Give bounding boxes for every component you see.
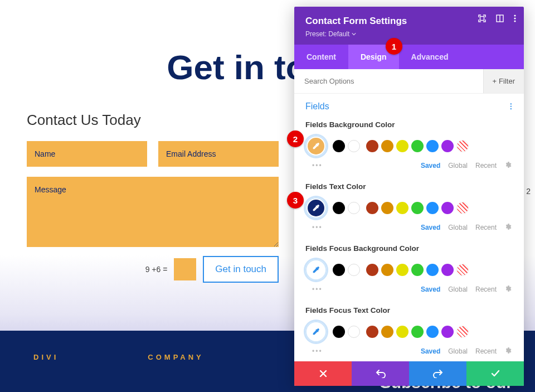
captcha-label: 9 +6 =: [145, 265, 168, 274]
color-swatch[interactable]: [348, 202, 360, 214]
undo-icon: [376, 369, 386, 378]
color-swatch[interactable]: [366, 264, 378, 276]
transparent-swatch[interactable]: [456, 326, 469, 338]
color-picker-button[interactable]: [305, 259, 327, 280]
submit-button[interactable]: Get in touch: [203, 256, 279, 283]
color-swatch[interactable]: [426, 326, 439, 338]
option-group: Fields Text Color•••SavedGlobalRecent: [305, 182, 513, 232]
palette-saved[interactable]: Saved: [421, 285, 440, 293]
form-title: Contact Us Today: [27, 112, 279, 129]
color-swatch[interactable]: [411, 264, 424, 276]
message-field[interactable]: [27, 177, 279, 247]
color-swatch[interactable]: [441, 202, 454, 214]
color-swatch[interactable]: [381, 202, 393, 214]
redo-button[interactable]: [409, 361, 466, 386]
search-input[interactable]: [294, 69, 483, 93]
more-dots[interactable]: •••: [307, 285, 323, 293]
color-swatch[interactable]: [426, 264, 439, 276]
eyedropper-icon: [312, 142, 320, 151]
color-picker-button[interactable]: [305, 135, 327, 157]
palette-global[interactable]: Global: [448, 285, 468, 293]
eyedropper-icon: [312, 204, 320, 212]
tab-content[interactable]: Content: [294, 45, 348, 69]
color-swatch[interactable]: [411, 326, 424, 338]
palette-recent[interactable]: Recent: [475, 162, 497, 170]
color-swatch[interactable]: [333, 140, 345, 152]
svg-point-3: [514, 14, 515, 16]
option-group: Fields Background Color•••SavedGlobalRec…: [305, 120, 513, 170]
color-picker-button[interactable]: [305, 321, 327, 342]
color-swatch[interactable]: [411, 140, 424, 152]
color-swatch[interactable]: [441, 140, 454, 152]
gear-icon[interactable]: [504, 347, 512, 356]
transparent-swatch[interactable]: [456, 264, 469, 276]
panel-header: Contact Form Settings Preset: Default: [294, 7, 524, 45]
color-swatch[interactable]: [441, 264, 454, 276]
palette-global[interactable]: Global: [448, 347, 468, 355]
gear-icon[interactable]: [504, 161, 512, 170]
color-picker-button[interactable]: [305, 197, 327, 219]
color-swatch[interactable]: [411, 202, 424, 214]
confirm-button[interactable]: [466, 361, 524, 386]
settings-panel: Contact Form Settings Preset: Default Co…: [294, 7, 524, 386]
more-dots[interactable]: •••: [307, 162, 323, 170]
palette-global[interactable]: Global: [448, 224, 468, 231]
palette-global[interactable]: Global: [448, 162, 468, 170]
color-swatch[interactable]: [396, 140, 408, 152]
annotation-badge-2: 2: [287, 130, 304, 147]
color-swatch[interactable]: [366, 202, 378, 214]
palette-recent[interactable]: Recent: [475, 224, 497, 231]
expand-icon[interactable]: [478, 14, 486, 22]
transparent-swatch[interactable]: [456, 202, 469, 214]
palette-recent[interactable]: Recent: [475, 285, 497, 293]
color-swatch[interactable]: [396, 326, 408, 338]
filter-button[interactable]: + Filter: [483, 69, 524, 93]
option-label: Fields Focus Background Color: [305, 244, 513, 253]
color-swatch[interactable]: [396, 264, 408, 276]
columns-icon[interactable]: [496, 14, 504, 22]
palette-saved[interactable]: Saved: [421, 162, 440, 170]
more-icon[interactable]: [514, 14, 516, 22]
color-swatch[interactable]: [348, 326, 360, 338]
color-swatch[interactable]: [333, 326, 345, 338]
color-swatch[interactable]: [366, 140, 378, 152]
eyedropper-icon: [312, 327, 320, 336]
email-field[interactable]: [158, 141, 279, 167]
tab-advanced[interactable]: Advanced: [399, 45, 461, 69]
svg-rect-0: [480, 17, 484, 21]
cancel-button[interactable]: [294, 361, 352, 386]
captcha-input[interactable]: [174, 258, 196, 280]
more-dots[interactable]: •••: [307, 347, 323, 355]
more-dots[interactable]: •••: [307, 224, 323, 231]
palette-recent[interactable]: Recent: [475, 347, 497, 355]
svg-point-5: [514, 20, 515, 22]
option-group: Fields Focus Text Color•••SavedGlobalRec…: [305, 306, 513, 356]
palette-saved[interactable]: Saved: [421, 347, 440, 355]
check-icon: [491, 370, 500, 378]
color-swatch[interactable]: [333, 202, 345, 214]
color-swatch[interactable]: [381, 326, 393, 338]
transparent-swatch[interactable]: [456, 140, 469, 152]
color-swatch[interactable]: [333, 264, 345, 276]
color-swatch[interactable]: [366, 326, 378, 338]
color-swatch[interactable]: [426, 202, 439, 214]
option-label: Fields Background Color: [305, 120, 513, 129]
plus-icon: +: [493, 77, 497, 85]
gear-icon[interactable]: [504, 223, 512, 232]
gear-icon[interactable]: [504, 285, 512, 294]
color-swatch[interactable]: [441, 326, 454, 338]
palette-saved[interactable]: Saved: [421, 224, 440, 231]
color-swatch[interactable]: [348, 140, 360, 152]
section-more-icon[interactable]: ⁝: [509, 100, 513, 113]
undo-button[interactable]: [352, 361, 409, 386]
preset-selector[interactable]: Preset: Default: [305, 30, 356, 38]
color-swatch[interactable]: [381, 140, 393, 152]
name-field[interactable]: [27, 141, 147, 167]
color-swatch[interactable]: [426, 140, 439, 152]
section-title[interactable]: Fields: [305, 101, 329, 112]
color-swatch[interactable]: [396, 202, 408, 214]
option-label: Fields Text Color: [305, 182, 513, 191]
color-swatch[interactable]: [381, 264, 393, 276]
color-swatch[interactable]: [348, 264, 360, 276]
footer-col-divi: DIVI: [33, 353, 59, 361]
